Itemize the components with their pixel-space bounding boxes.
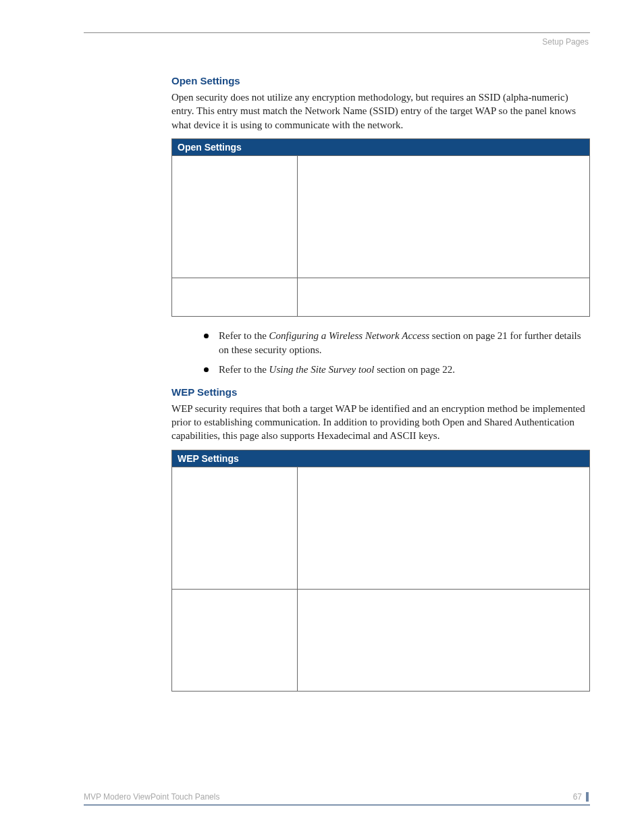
page-content: Open Settings Open security does not uti…: [84, 75, 590, 692]
table-row: [172, 278, 590, 316]
table-cell: [297, 589, 589, 691]
table-cell: [172, 467, 298, 589]
footer-line: MVP Modero ViewPoint Touch Panels 67: [84, 792, 590, 802]
bullet-text-emph: Using the Site Survey tool: [269, 364, 375, 375]
list-item: Refer to the Using the Site Survey tool …: [204, 363, 590, 377]
page-footer: MVP Modero ViewPoint Touch Panels 67: [84, 792, 590, 806]
header-section-label: Setup Pages: [84, 37, 590, 47]
bullet-text-emph: Configuring a Wireless Network Access: [269, 330, 430, 341]
footer-doc-title: MVP Modero ViewPoint Touch Panels: [84, 792, 219, 802]
reference-bullet-list: Refer to the Configuring a Wireless Netw…: [171, 329, 590, 377]
table-cell: [297, 467, 589, 589]
footer-page-wrap: 67: [573, 792, 589, 802]
table-row: [172, 467, 590, 589]
table-row: [172, 155, 590, 278]
header-rule: [84, 32, 590, 33]
wep-settings-table-header: WEP Settings: [172, 450, 590, 467]
table-cell: [297, 155, 589, 278]
table-cell: [172, 278, 298, 316]
document-page: Setup Pages Open Settings Open security …: [0, 0, 644, 834]
section2-paragraph: WEP security requires that both a target…: [171, 402, 590, 443]
footer-accent-bar: [586, 792, 589, 802]
bullet-text-pre: Refer to the: [219, 330, 269, 341]
table-cell: [297, 278, 589, 316]
table-cell: [172, 589, 298, 691]
list-item: Refer to the Configuring a Wireless Netw…: [204, 329, 590, 357]
wep-settings-table: WEP Settings: [171, 450, 590, 692]
section-heading-wep-settings: WEP Settings: [171, 386, 590, 398]
table-cell: [172, 155, 298, 278]
footer-page-number: 67: [573, 792, 582, 802]
section1-paragraph: Open security does not utilize any encry…: [171, 90, 590, 132]
bullet-text-pre: Refer to the: [219, 364, 269, 375]
open-settings-table: Open Settings: [171, 138, 590, 317]
table-row: [172, 589, 590, 691]
footer-rule: [84, 804, 590, 806]
section-heading-open-settings: Open Settings: [171, 75, 590, 86]
open-settings-table-header: Open Settings: [172, 138, 590, 155]
bullet-text-post: section on page 22.: [374, 364, 455, 375]
